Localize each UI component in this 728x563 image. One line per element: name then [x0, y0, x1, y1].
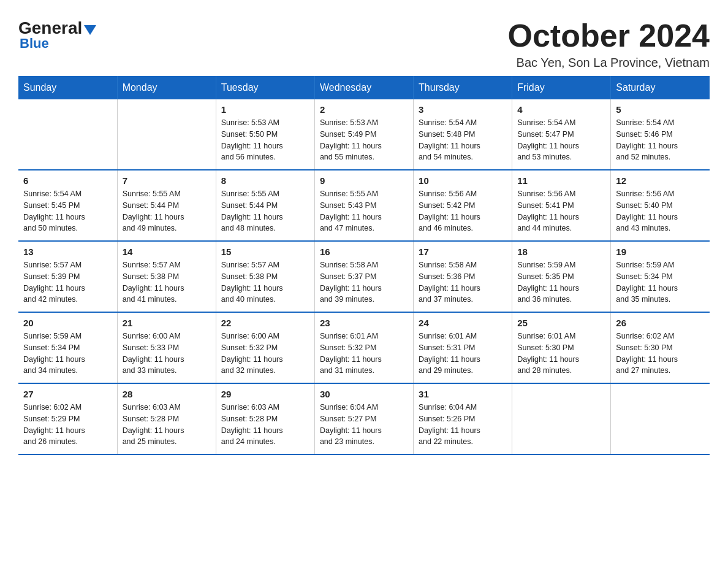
calendar-cell: 12Sunrise: 5:56 AM Sunset: 5:40 PM Dayli…	[611, 170, 710, 241]
day-info: Sunrise: 5:59 AM Sunset: 5:34 PM Dayligh…	[23, 331, 112, 377]
day-number: 4	[517, 104, 605, 115]
day-info: Sunrise: 5:55 AM Sunset: 5:44 PM Dayligh…	[123, 188, 211, 234]
day-number: 28	[123, 389, 211, 399]
day-number: 18	[517, 247, 605, 257]
calendar-cell: 2Sunrise: 5:53 AM Sunset: 5:49 PM Daylig…	[314, 99, 413, 170]
calendar-cell: 3Sunrise: 5:54 AM Sunset: 5:48 PM Daylig…	[414, 99, 512, 170]
calendar-cell: 5Sunrise: 5:54 AM Sunset: 5:46 PM Daylig…	[611, 99, 710, 170]
day-number: 26	[616, 318, 705, 328]
calendar-cell: 23Sunrise: 6:01 AM Sunset: 5:32 PM Dayli…	[314, 312, 413, 383]
calendar-cell: 7Sunrise: 5:55 AM Sunset: 5:44 PM Daylig…	[117, 170, 216, 241]
day-number: 9	[320, 175, 408, 186]
day-info: Sunrise: 6:03 AM Sunset: 5:28 PM Dayligh…	[221, 402, 309, 448]
day-info: Sunrise: 5:54 AM Sunset: 5:47 PM Dayligh…	[517, 117, 605, 163]
calendar-cell: 4Sunrise: 5:54 AM Sunset: 5:47 PM Daylig…	[512, 99, 611, 170]
calendar-cell: 26Sunrise: 6:02 AM Sunset: 5:30 PM Dayli…	[611, 312, 710, 383]
day-number: 17	[419, 247, 507, 257]
day-info: Sunrise: 5:57 AM Sunset: 5:39 PM Dayligh…	[23, 259, 112, 305]
day-info: Sunrise: 6:01 AM Sunset: 5:30 PM Dayligh…	[517, 331, 605, 377]
day-info: Sunrise: 5:59 AM Sunset: 5:35 PM Dayligh…	[517, 259, 605, 305]
calendar-cell	[512, 383, 611, 454]
day-number: 12	[616, 175, 705, 186]
day-number: 21	[123, 318, 211, 328]
day-number: 3	[419, 104, 507, 115]
day-number: 19	[616, 247, 705, 257]
calendar-week-row: 13Sunrise: 5:57 AM Sunset: 5:39 PM Dayli…	[18, 241, 710, 312]
calendar-cell: 29Sunrise: 6:03 AM Sunset: 5:28 PM Dayli…	[216, 383, 314, 454]
day-info: Sunrise: 5:55 AM Sunset: 5:44 PM Dayligh…	[221, 188, 309, 234]
day-number: 31	[419, 389, 507, 399]
day-number: 5	[616, 104, 705, 115]
day-info: Sunrise: 5:54 AM Sunset: 5:48 PM Dayligh…	[419, 117, 507, 163]
weekday-header-saturday: Saturday	[611, 76, 710, 99]
weekday-header-friday: Friday	[512, 76, 611, 99]
weekday-header-thursday: Thursday	[414, 76, 512, 99]
day-number: 16	[320, 247, 408, 257]
weekday-header-sunday: Sunday	[18, 76, 117, 99]
calendar-cell: 22Sunrise: 6:00 AM Sunset: 5:32 PM Dayli…	[216, 312, 314, 383]
day-number: 30	[320, 389, 408, 399]
calendar-cell: 28Sunrise: 6:03 AM Sunset: 5:28 PM Dayli…	[117, 383, 216, 454]
day-info: Sunrise: 6:03 AM Sunset: 5:28 PM Dayligh…	[123, 402, 211, 448]
location-text: Bac Yen, Son La Province, Vietnam	[508, 56, 710, 70]
month-title: October 2024	[508, 18, 710, 53]
day-number: 7	[123, 175, 211, 186]
day-info: Sunrise: 6:01 AM Sunset: 5:32 PM Dayligh…	[320, 331, 408, 377]
page-header: General Blue October 2024 Bac Yen, Son L…	[18, 18, 710, 70]
day-info: Sunrise: 5:55 AM Sunset: 5:43 PM Dayligh…	[320, 188, 408, 234]
calendar-cell: 1Sunrise: 5:53 AM Sunset: 5:50 PM Daylig…	[216, 99, 314, 170]
day-info: Sunrise: 5:56 AM Sunset: 5:40 PM Dayligh…	[616, 188, 705, 234]
calendar-week-row: 1Sunrise: 5:53 AM Sunset: 5:50 PM Daylig…	[18, 99, 710, 170]
calendar-week-row: 20Sunrise: 5:59 AM Sunset: 5:34 PM Dayli…	[18, 312, 710, 383]
day-info: Sunrise: 5:54 AM Sunset: 5:45 PM Dayligh…	[23, 188, 112, 234]
day-info: Sunrise: 5:58 AM Sunset: 5:37 PM Dayligh…	[320, 259, 408, 305]
day-number: 8	[221, 175, 309, 186]
day-number: 1	[221, 104, 309, 115]
day-info: Sunrise: 5:57 AM Sunset: 5:38 PM Dayligh…	[221, 259, 309, 305]
calendar-cell: 24Sunrise: 6:01 AM Sunset: 5:31 PM Dayli…	[414, 312, 512, 383]
day-number: 15	[221, 247, 309, 257]
calendar-body: 1Sunrise: 5:53 AM Sunset: 5:50 PM Daylig…	[18, 99, 710, 454]
day-info: Sunrise: 6:01 AM Sunset: 5:31 PM Dayligh…	[419, 331, 507, 377]
day-number: 27	[23, 389, 112, 399]
day-info: Sunrise: 6:04 AM Sunset: 5:27 PM Dayligh…	[320, 402, 408, 448]
day-number: 20	[23, 318, 112, 328]
day-info: Sunrise: 5:57 AM Sunset: 5:38 PM Dayligh…	[123, 259, 211, 305]
calendar-cell: 10Sunrise: 5:56 AM Sunset: 5:42 PM Dayli…	[414, 170, 512, 241]
calendar-cell: 31Sunrise: 6:04 AM Sunset: 5:26 PM Dayli…	[414, 383, 512, 454]
day-info: Sunrise: 6:00 AM Sunset: 5:33 PM Dayligh…	[123, 331, 211, 377]
day-info: Sunrise: 6:02 AM Sunset: 5:30 PM Dayligh…	[616, 331, 705, 377]
calendar-cell: 27Sunrise: 6:02 AM Sunset: 5:29 PM Dayli…	[18, 383, 117, 454]
calendar-week-row: 27Sunrise: 6:02 AM Sunset: 5:29 PM Dayli…	[18, 383, 710, 454]
day-info: Sunrise: 6:02 AM Sunset: 5:29 PM Dayligh…	[23, 402, 112, 448]
day-info: Sunrise: 6:00 AM Sunset: 5:32 PM Dayligh…	[221, 331, 309, 377]
day-info: Sunrise: 5:53 AM Sunset: 5:50 PM Dayligh…	[221, 117, 309, 163]
calendar-cell	[18, 99, 117, 170]
calendar-cell: 25Sunrise: 6:01 AM Sunset: 5:30 PM Dayli…	[512, 312, 611, 383]
day-number: 2	[320, 104, 408, 115]
title-section: October 2024 Bac Yen, Son La Province, V…	[508, 18, 710, 70]
day-info: Sunrise: 6:04 AM Sunset: 5:26 PM Dayligh…	[419, 402, 507, 448]
calendar-cell: 18Sunrise: 5:59 AM Sunset: 5:35 PM Dayli…	[512, 241, 611, 312]
day-number: 25	[517, 318, 605, 328]
calendar-cell: 19Sunrise: 5:59 AM Sunset: 5:34 PM Dayli…	[611, 241, 710, 312]
calendar-cell: 21Sunrise: 6:00 AM Sunset: 5:33 PM Dayli…	[117, 312, 216, 383]
calendar-week-row: 6Sunrise: 5:54 AM Sunset: 5:45 PM Daylig…	[18, 170, 710, 241]
calendar-cell	[117, 99, 216, 170]
day-info: Sunrise: 5:56 AM Sunset: 5:42 PM Dayligh…	[419, 188, 507, 234]
calendar-table: SundayMondayTuesdayWednesdayThursdayFrid…	[18, 76, 710, 455]
day-number: 29	[221, 389, 309, 399]
calendar-cell: 30Sunrise: 6:04 AM Sunset: 5:27 PM Dayli…	[314, 383, 413, 454]
calendar-cell: 15Sunrise: 5:57 AM Sunset: 5:38 PM Dayli…	[216, 241, 314, 312]
day-number: 10	[419, 175, 507, 186]
day-info: Sunrise: 5:54 AM Sunset: 5:46 PM Dayligh…	[616, 117, 705, 163]
day-number: 23	[320, 318, 408, 328]
calendar-cell: 9Sunrise: 5:55 AM Sunset: 5:43 PM Daylig…	[314, 170, 413, 241]
day-number: 24	[419, 318, 507, 328]
weekday-header-wednesday: Wednesday	[314, 76, 413, 99]
day-number: 6	[23, 175, 112, 186]
calendar-cell: 8Sunrise: 5:55 AM Sunset: 5:44 PM Daylig…	[216, 170, 314, 241]
weekday-header-monday: Monday	[117, 76, 216, 99]
weekday-header-row: SundayMondayTuesdayWednesdayThursdayFrid…	[18, 76, 710, 99]
calendar-cell: 17Sunrise: 5:58 AM Sunset: 5:36 PM Dayli…	[414, 241, 512, 312]
